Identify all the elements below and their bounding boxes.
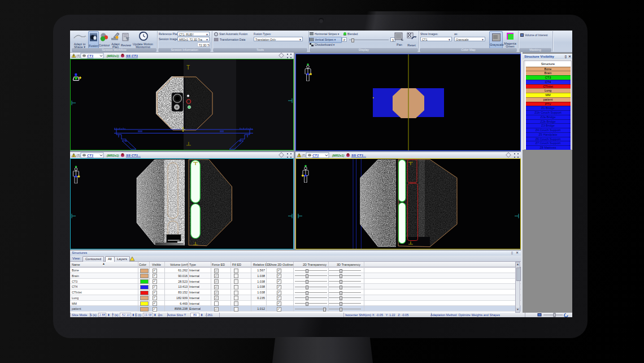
svg-text:CT1: CT1 xyxy=(87,154,94,157)
svg-text:(T): (T) xyxy=(77,154,81,157)
svg-text:T: T xyxy=(186,64,190,71)
svg-text:(MR2x1): (MR2x1) xyxy=(332,154,345,157)
svg-text:CT1: CT1 xyxy=(87,54,94,58)
svg-text:(T): (T) xyxy=(302,154,306,157)
svg-text:(MR2x1): (MR2x1) xyxy=(107,154,119,157)
svg-text:(MR2x1): (MR2x1) xyxy=(107,54,119,58)
svg-text:SS CT1...: SS CT1... xyxy=(126,154,141,157)
svg-text:(T): (T) xyxy=(77,54,81,58)
svg-text:CT1: CT1 xyxy=(312,154,319,157)
svg-text:SS CT1...: SS CT1... xyxy=(351,154,366,157)
svg-text:SS CT1: SS CT1 xyxy=(126,54,138,58)
